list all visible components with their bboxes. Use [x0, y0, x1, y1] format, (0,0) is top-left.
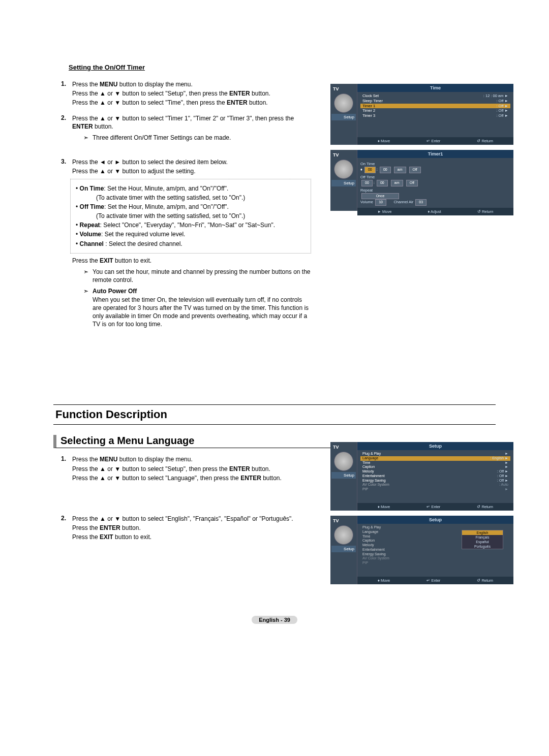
globe-icon: [334, 452, 353, 471]
bullet-block: • On Time: Set the Hour, Minute, am/pm, …: [70, 179, 311, 254]
text: When you set the timer On, the televisio…: [93, 296, 309, 328]
note: ➣ You can set the hour, minute and chann…: [83, 268, 311, 284]
page-number: English - 39: [252, 616, 297, 624]
step-num: 2.: [61, 515, 72, 543]
osd-rows: Clock Set: 12 : 00 am ► Sleep Timer: Off…: [357, 92, 513, 137]
repeat-value: Once: [361, 193, 399, 200]
text: button to exit.: [113, 257, 151, 264]
text-bold: Off Time: [80, 203, 104, 210]
step-num: 2.: [61, 114, 72, 142]
note: ➣ Three different On/Off Timer Settings …: [83, 134, 311, 142]
text-bold: MENU: [100, 456, 117, 463]
row-value: : 12 : 00 am: [483, 93, 504, 98]
foot-return: ↺ Return: [477, 505, 493, 509]
text: button.: [120, 524, 141, 531]
row-label: Plug & Play: [362, 525, 381, 530]
osd-setup-language-dropdown: TV Setup Setup Plug & Play Language Time…: [330, 516, 513, 584]
osd-tv-label: TV: [331, 444, 356, 451]
text: button.: [93, 123, 113, 130]
row-label: Time: [362, 534, 370, 539]
globe-icon: [334, 93, 353, 113]
row-value: : English: [490, 456, 504, 460]
step-num: 1.: [61, 80, 72, 108]
osd-rows: Plug & Play► Language: English ► Time► C…: [357, 450, 513, 503]
note-icon: ➣: [83, 287, 93, 328]
text: button.: [261, 475, 282, 482]
row-label: PIP: [362, 561, 368, 565]
row-label: Energy Saving: [362, 552, 386, 557]
foot-return: ↺ Return: [477, 209, 494, 214]
text: button to display the menu.: [117, 81, 192, 88]
text: button to display the menu.: [117, 456, 192, 463]
row-label: Language: [362, 530, 378, 534]
text: button.: [250, 90, 270, 97]
text: Press the: [72, 524, 100, 531]
row-label: Caption: [362, 539, 375, 543]
text: Press the ▲ or ▼ button to select "Engli…: [72, 515, 326, 523]
text-bold: Repeat: [80, 222, 100, 229]
foot-return: ↺ Return: [477, 578, 493, 583]
row-label: Timer 3: [362, 113, 375, 118]
osd-setup-label: Setup: [331, 180, 356, 186]
text-bold: EXIT: [100, 533, 113, 541]
text: Press the ▲ or ▼ button to select "Setup…: [72, 465, 229, 472]
volume-label: Volume: [360, 200, 373, 204]
off-time-label: Off Time: [360, 174, 510, 180]
globe-icon: [334, 525, 353, 545]
volume-value: 10: [375, 199, 386, 206]
section-title: Setting the On/Off Timer: [69, 64, 496, 71]
foot-move: ♦ Move: [378, 139, 390, 143]
text: Press the ◄ or ► button to select the de…: [72, 158, 311, 166]
dropdown-option: English: [462, 530, 503, 535]
state-field: Off: [409, 167, 421, 173]
foot-enter: ↵ Enter: [426, 139, 440, 143]
foot-enter: ↵ Enter: [426, 578, 440, 583]
ampm-field: am: [394, 167, 406, 173]
osd-setup-label: Setup: [331, 472, 356, 479]
step-body: Press the ▲ or ▼ button to select "Engli…: [72, 515, 326, 543]
foot-move: ► Move: [378, 209, 392, 214]
globe-icon: [334, 160, 353, 179]
text: Press the: [72, 257, 100, 264]
row-label: Melody: [362, 543, 374, 548]
dropdown-option: Español: [462, 540, 503, 544]
text: : Set the required volume level.: [101, 231, 185, 238]
osd-title: Setup: [357, 516, 513, 524]
text: (To activate timer with the setting sati…: [96, 212, 306, 220]
minute-field: 00: [377, 180, 388, 186]
row-label: Timer 2: [362, 108, 375, 113]
note-text: Three different On/Off Timer Settings ca…: [93, 134, 231, 142]
text: Press the: [72, 456, 100, 463]
on-time-label: On Time: [360, 161, 510, 167]
osd-setup-label: Setup: [331, 114, 356, 120]
foot-return: ↺ Return: [477, 139, 493, 143]
step-num: 1.: [61, 455, 72, 483]
row-label: Clock Set: [362, 93, 379, 99]
heading-function-description: Function Description: [53, 404, 496, 425]
text-bold: EXIT: [100, 257, 113, 264]
row-label: Plug & Play: [362, 452, 381, 456]
hour-field: 00: [361, 180, 373, 186]
row-label: PIP: [362, 487, 368, 492]
dropdown-option: Português: [462, 544, 503, 549]
row-label: Caption: [362, 465, 375, 469]
osd-setup-menu: TV Setup Setup Plug & Play► Language: En…: [330, 442, 513, 511]
osd-timer1-menu: TV Setup Timer1 On Time ♦ 00: 00 am Off …: [330, 150, 513, 211]
osd-footer: ♦ Move ↵ Enter ↺ Return: [357, 137, 513, 145]
step-body: Press the ◄ or ► button to select the de…: [72, 158, 311, 328]
text: Press the: [72, 81, 100, 88]
row-label: Entertainment: [362, 474, 385, 479]
note-icon: ➣: [83, 134, 93, 142]
row-value: : Off: [497, 474, 504, 478]
osd-title: Time: [357, 84, 513, 92]
row-label: Timer 1: [362, 104, 375, 109]
text-bold: Channel: [80, 240, 104, 247]
row-value: : Off: [497, 479, 504, 482]
foot-move: ♦ Move: [378, 578, 390, 583]
osd-tv-label: TV: [331, 151, 356, 159]
osd-tv-label: TV: [331, 85, 356, 92]
row-label: AV Color System: [362, 556, 389, 561]
language-dropdown: English Français Español Português: [462, 530, 503, 549]
note-text: You can set the hour, minute and channel…: [93, 268, 311, 284]
osd-timer-fields: On Time ♦ 00: 00 am Off Off Time 00: 00 …: [357, 158, 513, 208]
